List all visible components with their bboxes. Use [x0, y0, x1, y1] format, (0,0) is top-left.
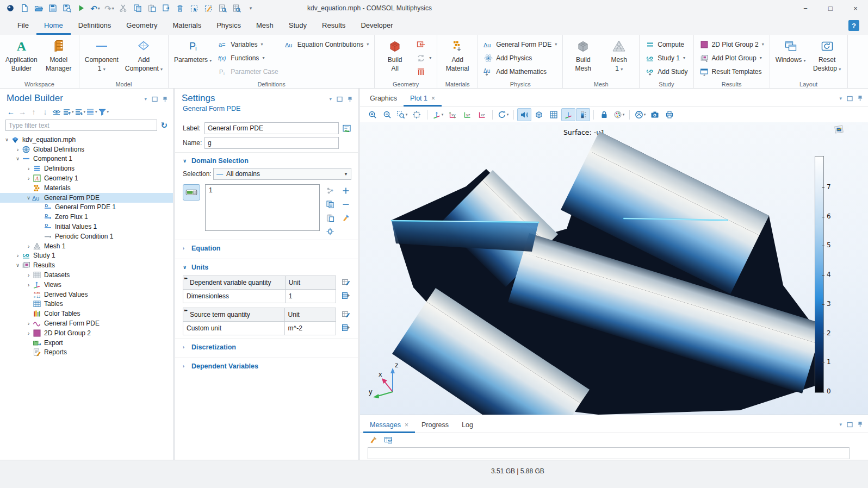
- tab-messages[interactable]: Messages×: [363, 415, 415, 433]
- menu-item-physics[interactable]: Physics: [209, 16, 249, 35]
- section-dependent-variables[interactable]: › Dependent Variables: [175, 358, 358, 373]
- clear-selection-icon[interactable]: [340, 212, 351, 223]
- tree-expander[interactable]: ∨: [3, 137, 10, 142]
- tree-item-general-form-pde[interactable]: ›General Form PDE: [0, 318, 173, 328]
- table-notification-icon[interactable]: [383, 435, 394, 446]
- tree-expander[interactable]: ›: [25, 281, 32, 288]
- zoom-to-selection-icon[interactable]: [325, 226, 336, 236]
- float-panel-icon[interactable]: [337, 96, 343, 102]
- view-yz-icon[interactable]: yz: [460, 108, 474, 121]
- equation-contributions-button[interactable]: ΔuEquation Contributions▾: [283, 38, 370, 51]
- quantity-cell[interactable]: Custom unit: [183, 322, 285, 335]
- move-up-icon[interactable]: ↑: [28, 107, 39, 117]
- tree-expander[interactable]: ∨: [25, 195, 32, 201]
- filter-input[interactable]: [5, 120, 157, 131]
- table-insert-icon[interactable]: [340, 290, 351, 301]
- collapse-all-icon[interactable]: ▾: [63, 107, 74, 117]
- rename-icon[interactable]: [342, 124, 351, 133]
- tree-item-export[interactable]: Export: [0, 338, 173, 348]
- environment-icon[interactable]: ▾: [633, 108, 647, 121]
- functions-button[interactable]: f(x)Functions▾: [216, 52, 280, 64]
- copy-icon[interactable]: [132, 2, 144, 14]
- quantity-cell[interactable]: Dimensionless: [183, 290, 286, 303]
- transparency-icon[interactable]: [517, 108, 531, 121]
- scene-light-icon[interactable]: [532, 108, 546, 121]
- lock-icon[interactable]: [597, 108, 611, 121]
- domain-selection-list[interactable]: 1: [205, 184, 320, 231]
- menu-item-geometry[interactable]: Geometry: [119, 16, 165, 35]
- find-icon[interactable]: [216, 2, 228, 14]
- save-icon[interactable]: [47, 2, 59, 14]
- expand-all-icon[interactable]: ▾: [75, 107, 86, 117]
- cut-icon[interactable]: [117, 2, 129, 14]
- active-toggle-button[interactable]: [183, 184, 200, 201]
- color-legend-icon[interactable]: [576, 108, 590, 121]
- app-logo[interactable]: [4, 2, 16, 14]
- virtual-operations-icon-button[interactable]: [414, 65, 433, 78]
- unselect-icon[interactable]: [202, 2, 214, 14]
- tree-item-general-form-pde-1[interactable]: DGeneral Form PDE 1: [0, 203, 173, 212]
- zoom-in-icon[interactable]: [365, 108, 380, 121]
- search-icon[interactable]: [231, 2, 243, 14]
- tree-item-periodic-condition-1[interactable]: Periodic Condition 1: [0, 232, 173, 241]
- menu-item-mesh[interactable]: Mesh: [249, 16, 281, 35]
- tab-log[interactable]: Log: [455, 415, 480, 433]
- remove-selection-icon[interactable]: [340, 199, 351, 209]
- model-manager-button[interactable]: ModelManager: [42, 36, 75, 74]
- zoom-out-icon[interactable]: [380, 108, 394, 121]
- tree-expander[interactable]: ›: [25, 243, 32, 249]
- view-xz-icon[interactable]: xz: [475, 108, 489, 121]
- tree-item-global-definitions[interactable]: ›Global Definitions: [0, 145, 173, 154]
- tree-item-study-1[interactable]: ›Study 1: [0, 251, 173, 261]
- rotate-view-icon[interactable]: ▾: [496, 108, 510, 121]
- section-discretization[interactable]: › Discretization: [175, 339, 358, 354]
- insert-sequence-icon-button[interactable]: [414, 38, 433, 51]
- float-panel-icon[interactable]: [152, 96, 158, 102]
- create-selection-icon[interactable]: [325, 185, 336, 196]
- pin-panel-icon[interactable]: [163, 96, 168, 103]
- menu-item-file[interactable]: File: [10, 16, 36, 35]
- minimize-button[interactable]: −: [793, 0, 818, 16]
- paste-icon[interactable]: [146, 2, 158, 14]
- tree-item-initial-values-1[interactable]: DInitial Values 1: [0, 222, 173, 232]
- model-tree-node-icon[interactable]: ▾: [86, 107, 97, 117]
- undo-icon[interactable]: ↶▾: [89, 2, 101, 14]
- unit-cell[interactable]: m^-2: [284, 322, 336, 335]
- delete-icon[interactable]: [174, 2, 186, 14]
- tree-item-materials[interactable]: Materials: [0, 183, 173, 193]
- tree-expander[interactable]: ›: [14, 252, 21, 259]
- collapse-panel-icon[interactable]: ▾: [329, 97, 332, 102]
- duplicate-icon[interactable]: [160, 2, 172, 14]
- compute-button[interactable]: Compute: [643, 38, 689, 51]
- zoom-box-icon[interactable]: ▾: [395, 108, 409, 121]
- view-xy-icon[interactable]: xy: [445, 108, 460, 121]
- add-material-button[interactable]: AddMaterial: [441, 36, 474, 74]
- selection-dropdown[interactable]: — All domains ▼: [213, 168, 351, 180]
- run-icon[interactable]: [75, 2, 87, 14]
- tree-item-zero-flux-1[interactable]: DZero Flux 1: [0, 212, 173, 222]
- tree-item-derived-values[interactable]: 8.85e-12Derived Values: [0, 290, 173, 299]
- zoom-extents-icon[interactable]: [410, 108, 424, 121]
- tree-item-mesh-1[interactable]: ›Mesh 1: [0, 241, 173, 251]
- tree-item-general-form-pde[interactable]: ∨ΔuGeneral Form PDE: [0, 193, 173, 203]
- close-tab-icon[interactable]: ×: [431, 95, 435, 102]
- menu-item-study[interactable]: Study: [281, 16, 314, 35]
- tree-expander[interactable]: ›: [25, 330, 32, 336]
- nav-forward-icon[interactable]: →: [17, 107, 28, 117]
- add-plot-group-button[interactable]: Add Plot Group▾: [698, 52, 766, 64]
- build-all-button[interactable]: BuildAll: [379, 36, 411, 74]
- collapse-panel-icon[interactable]: ▾: [839, 96, 842, 101]
- axes-orientation-icon[interactable]: [561, 108, 575, 121]
- tree-item-kdv-equation-mph[interactable]: ∨kdv_equation.mph: [0, 135, 173, 145]
- component-1-button[interactable]: Component1 ▾: [83, 36, 120, 74]
- nav-back-icon[interactable]: ←: [5, 107, 16, 117]
- select-icon[interactable]: [188, 2, 200, 14]
- table-edit-icon[interactable]: [340, 277, 351, 287]
- add-mathematics-button[interactable]: ΔuAdd Mathematics: [482, 65, 559, 78]
- plot-image-marker-icon[interactable]: [834, 124, 844, 134]
- menu-item-home[interactable]: Home: [36, 16, 71, 35]
- menu-item-definitions[interactable]: Definitions: [71, 16, 119, 35]
- add-study-button[interactable]: Add Study: [643, 65, 689, 78]
- label-field[interactable]: [204, 122, 339, 134]
- plot-area[interactable]: Surface: -u1: [360, 122, 868, 415]
